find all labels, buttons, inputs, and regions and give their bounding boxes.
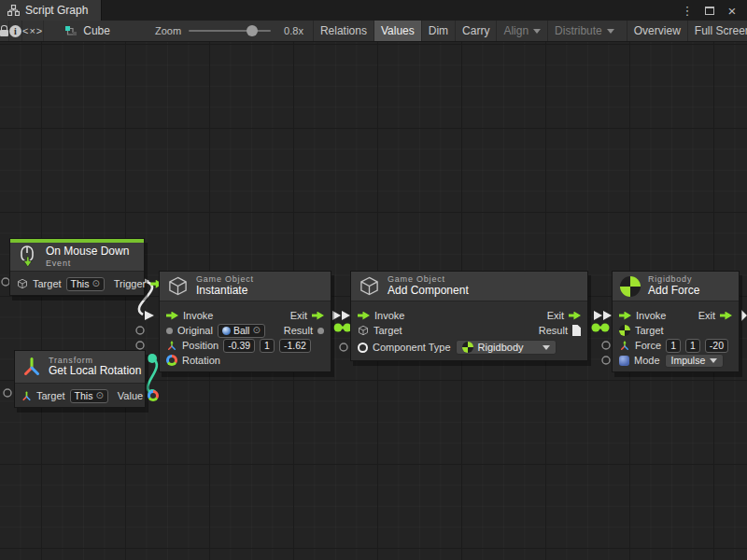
transform-icon <box>22 357 41 377</box>
zoom-value: 0.8x <box>284 25 303 36</box>
inspector-button[interactable]: i <box>9 21 22 41</box>
rotation-port-label: Rotation <box>182 355 220 366</box>
original-port-label: Original <box>177 325 213 336</box>
invoke-input-port[interactable] <box>166 312 178 320</box>
component-result-port[interactable] <box>572 325 581 336</box>
node-title: Get Local Rotation <box>49 365 141 378</box>
value-port-label: Value <box>118 390 143 401</box>
align-button[interactable]: Align <box>496 21 547 41</box>
game-object-icon <box>359 275 380 297</box>
rotation-output-port[interactable] <box>148 390 159 401</box>
component-type-dropdown[interactable]: Rigidbody <box>456 340 557 355</box>
invoke-port-label: Invoke <box>183 310 213 321</box>
node-instantiate[interactable]: Game Object Instantiate Invoke Exit Orig… <box>159 271 331 372</box>
node-title: Instantiate <box>196 285 254 298</box>
chevron-down-icon <box>710 358 717 363</box>
object-picker-icon[interactable]: ⊙ <box>95 391 103 400</box>
node-title: Add Force <box>648 285 699 298</box>
invoke-input-port[interactable] <box>619 312 631 320</box>
rigidbody-icon <box>462 342 473 353</box>
component-type-label: Component Type <box>373 342 451 353</box>
fullscreen-button[interactable]: Full Screen <box>687 21 747 41</box>
rigidbody-icon <box>620 276 641 297</box>
more-menu-icon[interactable]: ⋮ <box>678 2 697 19</box>
original-value-field[interactable]: Ball ⊙ <box>218 324 265 338</box>
position-icon <box>166 340 177 351</box>
exit-output-port[interactable] <box>720 312 732 320</box>
position-x-field[interactable]: -0.39 <box>223 339 255 353</box>
graph-canvas[interactable]: On Mouse Down Event Target This ⊙ Trigge… <box>0 42 747 560</box>
node-add-force[interactable]: Rigidbody Add Force Invoke Exit Target <box>612 271 740 372</box>
graph-toolbar: i <×> Cube Zoom 0.8x Relations Values Di… <box>0 21 747 42</box>
position-z-field[interactable]: -1.62 <box>279 339 311 353</box>
mode-port-label: Mode <box>634 355 660 366</box>
mode-dropdown[interactable]: Impulse <box>665 354 725 368</box>
title-bar: Script Graph ⋮ × <box>0 0 747 21</box>
exit-output-port[interactable] <box>569 312 581 320</box>
chevron-down-icon <box>607 29 614 34</box>
toolbar-toggles: Relations Values Dim Carry Align Distrib… <box>313 21 747 41</box>
dim-button[interactable]: Dim <box>421 21 455 41</box>
mouse-down-icon <box>18 245 38 268</box>
zoom-control: Zoom 0.8x <box>155 21 303 41</box>
zoom-label: Zoom <box>155 25 181 36</box>
result-port-label: Result <box>539 325 568 336</box>
force-mode-icon <box>619 356 629 366</box>
object-picker-icon[interactable]: ⊙ <box>252 326 260 335</box>
lock-button[interactable] <box>0 21 9 41</box>
info-icon: i <box>9 25 21 37</box>
graph-reference[interactable]: Cube <box>64 21 110 41</box>
rotation-input-port[interactable] <box>166 355 177 366</box>
force-x-field[interactable]: 1 <box>666 339 681 353</box>
node-title: On Mouse Down <box>46 245 129 259</box>
target-value-field[interactable]: This ⊙ <box>70 389 108 403</box>
target-port-label: Target <box>374 325 402 336</box>
carry-button[interactable]: Carry <box>455 21 496 41</box>
chevron-down-icon <box>533 29 541 34</box>
game-object-icon <box>17 278 28 289</box>
object-picker-icon[interactable]: ⊙ <box>92 279 99 288</box>
target-port-label: Target <box>36 390 65 401</box>
game-object-icon <box>167 275 189 297</box>
node-get-local-rotation[interactable]: Transform Get Local Rotation Target This… <box>14 350 146 408</box>
force-z-field[interactable]: -20 <box>705 339 728 353</box>
invoke-input-port[interactable] <box>358 312 370 320</box>
zoom-slider[interactable] <box>189 30 271 32</box>
code-icon: <×> <box>22 25 43 36</box>
ball-prefab-icon <box>222 327 231 335</box>
exit-port-label: Exit <box>698 310 715 321</box>
overview-button[interactable]: Overview <box>627 21 687 41</box>
trigger-port-label: Trigger <box>114 278 146 289</box>
game-object-icon <box>358 325 369 336</box>
graph-name: Cube <box>83 24 110 37</box>
values-button[interactable]: Values <box>374 21 421 41</box>
zoom-slider-handle[interactable] <box>247 25 258 36</box>
distribute-button[interactable]: Distribute <box>547 21 621 41</box>
force-port-label: Force <box>635 340 661 351</box>
exit-port-label: Exit <box>290 310 307 321</box>
script-graph-window: Script Graph ⋮ × i <×> Cube Zoom 0.8x <box>0 0 747 560</box>
transform-icon <box>21 391 32 401</box>
result-output-port[interactable] <box>317 328 324 334</box>
maximize-icon[interactable] <box>700 2 719 19</box>
force-y-field[interactable]: 1 <box>685 339 700 353</box>
target-port-label: Target <box>33 278 62 289</box>
node-add-component[interactable]: Game Object Add Component Invoke Exit Ta… <box>350 271 588 361</box>
vector-icon <box>619 340 630 351</box>
relations-button[interactable]: Relations <box>313 21 374 41</box>
target-value-field[interactable]: This ⊙ <box>66 277 105 291</box>
component-type-input-port[interactable] <box>358 343 368 353</box>
tab-title: Script Graph <box>25 4 88 17</box>
chevron-down-icon <box>543 345 550 350</box>
tab-script-graph[interactable]: Script Graph <box>0 0 102 21</box>
invoke-port-label: Invoke <box>374 310 404 321</box>
original-input-port[interactable] <box>166 328 173 334</box>
position-y-field[interactable]: 1 <box>260 339 275 353</box>
code-preview-button[interactable]: <×> <box>22 21 44 41</box>
invoke-port-label: Invoke <box>636 310 666 321</box>
close-icon[interactable]: × <box>723 2 741 19</box>
window-controls: ⋮ × <box>678 0 747 21</box>
exit-port-label: Exit <box>547 310 564 321</box>
node-on-mouse-down[interactable]: On Mouse Down Event Target This ⊙ Trigge… <box>9 238 145 296</box>
exit-output-port[interactable] <box>312 312 324 320</box>
